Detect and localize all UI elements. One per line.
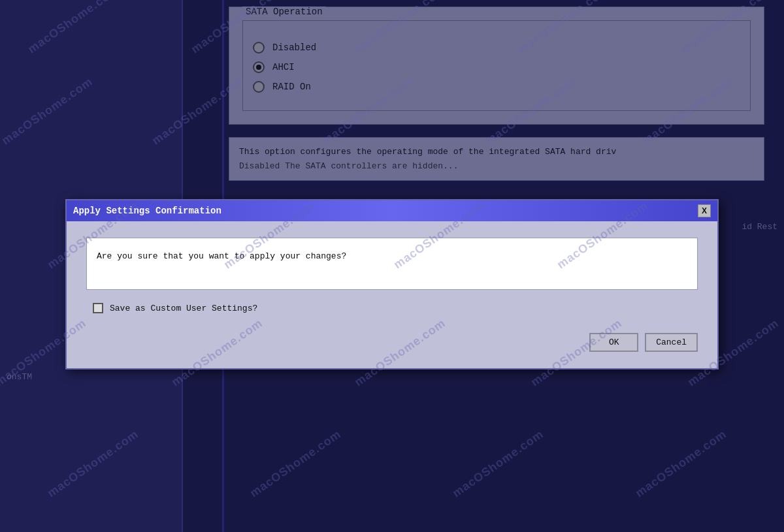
apply-settings-dialog: Apply Settings Confirmation X Are you su… xyxy=(65,199,719,369)
dialog-message-box: Are you sure that you want to apply your… xyxy=(86,238,698,290)
save-custom-settings-label: Save as Custom User Settings? xyxy=(110,304,257,313)
ok-button[interactable]: OK xyxy=(589,333,638,352)
dialog-titlebar: Apply Settings Confirmation X xyxy=(67,200,717,221)
dialog-close-button[interactable]: X xyxy=(698,204,711,217)
dialog-title: Apply Settings Confirmation xyxy=(73,206,221,216)
dialog-checkbox-row[interactable]: Save as Custom User Settings? xyxy=(86,303,698,313)
dialog-body: Are you sure that you want to apply your… xyxy=(67,221,717,368)
cancel-button[interactable]: Cancel xyxy=(645,333,698,352)
save-custom-settings-checkbox[interactable] xyxy=(93,303,103,313)
dialog-buttons: OK Cancel xyxy=(86,333,698,355)
dialog-message: Are you sure that you want to apply your… xyxy=(97,251,346,261)
